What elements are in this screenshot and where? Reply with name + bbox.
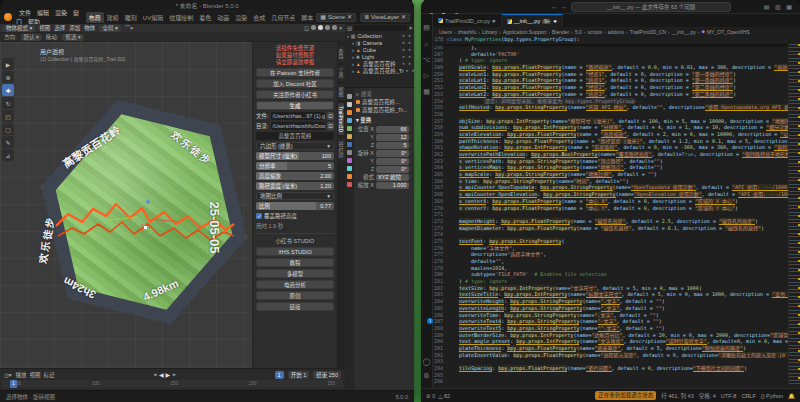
extensions-icon[interactable]: ▦ — [423, 88, 430, 96]
close-icon[interactable]: × — [492, 18, 496, 24]
timeline-menu-播放[interactable]: 播放 — [16, 371, 27, 379]
language-mode[interactable]: {} Python — [761, 393, 783, 399]
breadcrumb-item[interactable]: MY_OT_OpenXHS — [707, 29, 750, 35]
code-line[interactable]: 266 s_time: bpy.props.StringProperty(nam… — [433, 178, 788, 185]
history-nav-icons[interactable]: ← → — [551, 3, 567, 10]
sidebar-tab-视图[interactable]: 视图 — [338, 84, 345, 100]
transform-section-header[interactable]: ▾ 变换 — [356, 116, 412, 124]
workspace-tab-动画[interactable]: 动画 — [214, 12, 232, 23]
breadcrumb-item[interactable]: TrailPrint3D_CN — [630, 29, 666, 35]
code-line[interactable]: 278 default="", — [433, 258, 788, 265]
code-line[interactable]: 256 — [433, 111, 788, 118]
code-line[interactable]: 289 outerBorderSize: bpy.props.IntProper… — [433, 332, 788, 339]
cursor-position[interactable]: 行 461, 列 43 — [661, 392, 693, 400]
visibility-toggles[interactable]: ● ● — [406, 68, 414, 73]
rotation-value-Z[interactable]: 0° — [376, 166, 409, 173]
encoding-indicator[interactable]: UTF-8 — [721, 393, 737, 399]
run-debug-icon[interactable]: ▷ — [424, 72, 429, 80]
timeline-scrubber[interactable]: 1 50100150200250 — [2, 380, 343, 388]
code-line[interactable]: 268 s_apiCounter_OpenElevation: bpy.prop… — [433, 191, 788, 198]
file-path-field[interactable]: /Users/zhaoshifu/Downl... — [271, 122, 325, 130]
orientation-dropdown[interactable]: 全局 ▾ — [99, 25, 120, 32]
code-line[interactable]: 275 textFont: bpy.props.StringProperty( — [433, 238, 788, 245]
properties-tab-1[interactable] — [347, 102, 352, 107]
workspace-tab-脚本[interactable]: 脚本 — [298, 12, 316, 23]
rotation-value-Y[interactable]: 0° — [376, 158, 409, 165]
clock-icon[interactable]: ◷▾ — [4, 372, 12, 378]
viewlayer-selector[interactable]: ≣ViewLayer ✕ — [360, 13, 410, 22]
properties-tab-0[interactable] — [347, 94, 352, 99]
code-line[interactable]: 257 objSize: bpy.props.IntProperty(name=… — [433, 118, 788, 125]
code-line[interactable]: 265 s_mapScale: bpy.props.StringProperty… — [433, 171, 788, 178]
modified-dot-icon[interactable]: ● — [553, 18, 557, 24]
viewport-menu-物体[interactable]: 物体 — [84, 24, 95, 32]
expand-icon[interactable]: › — [352, 40, 354, 46]
command-center-search[interactable]: __init__.py — 此文件存在 63 个问题 — [571, 2, 731, 12]
3d-cursor[interactable] — [141, 223, 150, 232]
workspace-tab-着色[interactable]: 着色 — [196, 12, 214, 23]
map-name-field[interactable]: 高黎贡百花岭 — [256, 132, 334, 140]
code-line[interactable]: 262 overwritePathElevation: bpy.props.Bo… — [433, 151, 788, 158]
code-line[interactable]: 290 text_angle_preset: bpy.props.IntProp… — [433, 338, 788, 345]
object-breadcrumb[interactable]: 高黎贡百花岭... — [356, 98, 412, 106]
xhs-studio-button[interactable]: XHS STUDIO — [256, 247, 334, 256]
xray-icon[interactable]: ◫ — [304, 25, 309, 31]
code-line[interactable]: 254 提示: 声明类型未知, 推断基类为 bpy.types.Property… — [433, 98, 788, 105]
properties-tab-4[interactable] — [347, 126, 352, 131]
properties-tab-5[interactable] — [347, 134, 352, 139]
source-control-icon[interactable]: ⌥ — [422, 56, 430, 64]
explorer-icon[interactable]: ▤ — [423, 24, 430, 32]
lock-icon[interactable]: · — [411, 159, 413, 164]
code-line[interactable]: 261 shapeRotation: bpy.props.IntProperty… — [433, 144, 788, 151]
viewport-menu-选择[interactable]: 选择 — [54, 24, 65, 32]
workspace-tab-建模[interactable]: 建模 — [104, 12, 122, 23]
editor-tab-__init__.py[interactable]: __init__.py9+● — [502, 14, 563, 27]
map-scale-dropdown[interactable]: 地图比例▾ — [256, 192, 334, 200]
code-line[interactable]: 281 ) # type: ignore — [433, 278, 788, 285]
code-editor[interactable]: 246 },247 default='FACTOR'248 ) # type: … — [433, 44, 788, 386]
breadcrumb-item[interactable]: Library — [482, 29, 497, 35]
close-icon[interactable]: ✕ — [347, 13, 352, 21]
search-icon[interactable]: ⌕ — [356, 91, 359, 98]
search-icon[interactable]: ⌕ — [425, 40, 429, 48]
link-button-教程[interactable]: 教程 — [256, 258, 334, 267]
code-line[interactable]: 293 — [433, 358, 788, 365]
code-line[interactable]: 295 — [433, 372, 788, 379]
visibility-toggles[interactable]: ● ● — [402, 33, 412, 38]
eol-indicator[interactable]: CRLF — [741, 393, 755, 399]
properties-tab-9[interactable] — [347, 166, 352, 171]
code-line[interactable]: 288 overwriteText5: bpy.props.StringProp… — [433, 325, 788, 332]
code-line[interactable]: 253 scaleLat2: bpy.props.FloatProperty(n… — [433, 91, 788, 98]
properties-tab-10[interactable] — [347, 174, 352, 179]
tweak-tool[interactable]: ▶ — [2, 58, 14, 70]
properties-tab-7[interactable] — [347, 150, 352, 155]
code-line[interactable]: 296 — [433, 378, 788, 385]
sticky-scroll-line[interactable]: 178 class MyProperties(bpy.types.Propert… — [433, 36, 788, 44]
expand-icon[interactable]: › — [352, 68, 354, 74]
rotation-value-X[interactable]: 0° — [376, 150, 409, 157]
properties-tab-11[interactable] — [347, 182, 352, 187]
slider-模型尺寸 (毫米)[interactable]: 模型尺寸 (毫米)100 — [256, 152, 334, 160]
magnet-icon[interactable]: ⌒▾ — [125, 24, 133, 32]
properties-tab-3[interactable] — [347, 118, 352, 123]
breadcrumb-item[interactable]: scripts — [588, 29, 602, 35]
move-tool[interactable]: ✚ — [2, 84, 14, 96]
jump-start-button[interactable]: « — [154, 371, 157, 378]
orientation-value-dropdown[interactable]: 默认 ▾ — [21, 34, 42, 41]
generate-button[interactable]: 生成 — [256, 101, 334, 110]
rotation-mode-row[interactable]: 模式XYZ 欧拉· — [356, 173, 412, 181]
viewport-menu-视图[interactable]: 视图 — [39, 24, 50, 32]
code-line[interactable]: 286 overwriteTime: bpy.props.StringPrope… — [433, 312, 788, 319]
menu-渲染[interactable]: 渲染 — [52, 10, 70, 16]
code-line[interactable]: 269 s_centerX: bpy.props.FloatProperty(n… — [433, 198, 788, 205]
code-line[interactable]: 252 scaleLon2: bpy.props.FloatProperty(n… — [433, 84, 788, 91]
shading-material-icon[interactable] — [325, 25, 330, 30]
breadcrumb-item[interactable]: zhashifu — [458, 29, 477, 35]
sidebar-tab-条目[interactable]: 条目 — [338, 46, 345, 62]
code-line[interactable]: 285 overwriteLength: bpy.props.StringPro… — [433, 305, 788, 312]
lock-icon[interactable]: · — [411, 167, 413, 172]
code-line[interactable]: 283 textSizeTitle: bpy.props.IntProperty… — [433, 291, 788, 298]
play-button[interactable]: ▶ — [166, 371, 171, 378]
close-icon[interactable]: ✕ — [401, 13, 406, 21]
vscode-titlebar[interactable]: ← → __init__.py — 此文件存在 63 个问题 ▤ ▥ ▦ — [421, 0, 800, 14]
